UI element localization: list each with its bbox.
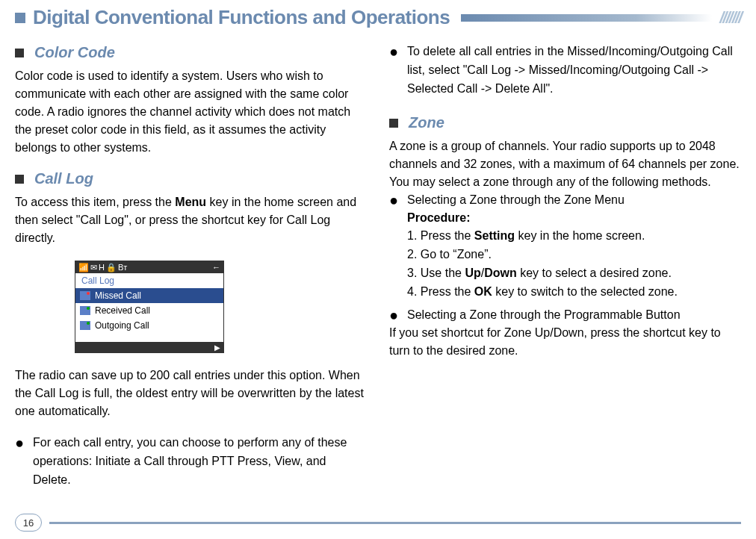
color-code-text: Color code is used to identify a system.…: [15, 67, 367, 157]
section-head-color-code: Color Code: [15, 44, 367, 61]
radio-status-bar: 📶 ✉ H 🔒 Bт ←: [75, 261, 223, 273]
h-icon: H: [99, 263, 105, 272]
enter-icon: ▶: [214, 343, 220, 351]
page-number: 16: [15, 514, 42, 532]
bold-word: OK: [474, 285, 492, 298]
radio-list-item: Received Call: [75, 303, 223, 318]
text-fragment: 3. Use the: [407, 267, 465, 279]
step-3: 3. Use the Up/Down key to select a desir…: [407, 264, 741, 283]
page-footer: 16: [15, 514, 741, 532]
section-title: Call Log: [34, 170, 93, 187]
radio-bottom-bar: ▶: [75, 342, 223, 352]
bullet-dot-icon: ●: [389, 43, 407, 98]
bullet-text: For each call entry, you can choose to p…: [33, 434, 367, 489]
zone-p1: A zone is a group of channels. Your radi…: [389, 137, 741, 173]
step-1: 1. Press the Setting key in the home scr…: [407, 227, 741, 246]
header-square-icon: [15, 13, 25, 23]
page-header: Digital Conventional Functions and Opera…: [15, 6, 741, 29]
section-bullet-icon: [15, 49, 24, 57]
back-arrow-icon: ←: [212, 263, 220, 272]
section-bullet-icon: [389, 119, 398, 128]
section-head-zone: Zone: [389, 114, 741, 131]
left-column: Color Code Color code is used to identif…: [15, 43, 367, 492]
zone-method-2: Selecting a Zone through the Programmabl…: [407, 306, 741, 324]
radio-screen-title: Call Log: [75, 273, 223, 288]
bullet-item: ● Selecting a Zone through the Zone Menu: [389, 191, 741, 209]
bullet-item: ● For each call entry, you can choose to…: [15, 434, 367, 489]
bullet-item: ● To delete all call entries in the Miss…: [389, 43, 741, 98]
bullet-text: To delete all call entries in the Missed…: [407, 43, 741, 98]
list-label: Received Call: [95, 305, 150, 316]
lock-icon: 🔒: [106, 263, 117, 272]
bold-word: Menu: [175, 196, 206, 208]
radio-screenshot: 📶 ✉ H 🔒 Bт ← Call Log Missed Call Receiv…: [75, 261, 367, 353]
content-columns: Color Code Color code is used to identif…: [15, 43, 741, 492]
right-column: ● To delete all call entries in the Miss…: [389, 43, 741, 492]
radio-list-item: Missed Call: [75, 288, 223, 303]
footer-divider: [49, 522, 741, 524]
section-title: Zone: [409, 114, 444, 131]
header-hash-icon: ///////: [719, 8, 741, 28]
text-fragment: 4. Press the: [407, 285, 474, 298]
list-label: Outgoing Call: [95, 320, 149, 331]
section-head-call-log: Call Log: [15, 170, 367, 187]
bullet-dot-icon: ●: [389, 191, 407, 209]
text-fragment: To access this item, press the: [15, 196, 175, 208]
call-icon: [80, 306, 90, 315]
bullet-item: ● Selecting a Zone through the Programma…: [389, 306, 741, 324]
section-title: Color Code: [34, 44, 115, 61]
text-fragment: key to select a desired zone.: [517, 267, 672, 279]
msg-icon: ✉: [90, 263, 97, 272]
text-fragment: key in the home screen.: [515, 229, 645, 242]
step-2: 2. Go to “Zone”.: [407, 246, 741, 264]
call-icon: [80, 321, 90, 330]
zone-p2: You may select a zone through any of the…: [389, 173, 741, 191]
signal-icon: 📶: [78, 263, 89, 272]
radio-list-item: Outgoing Call: [75, 318, 223, 333]
status-icons: 📶 ✉ H 🔒 Bт: [78, 263, 127, 272]
zone-p3: If you set shortcut for Zone Up/Down, pr…: [389, 324, 741, 360]
page-title: Digital Conventional Functions and Opera…: [33, 6, 450, 29]
bold-word: Setting: [474, 229, 515, 242]
bold-word: Up: [465, 267, 480, 279]
text-fragment: key to switch to the selected zone.: [492, 285, 678, 298]
step-4: 4. Press the OK key to switch to the sel…: [407, 283, 741, 302]
bt-label: Bт: [118, 263, 127, 272]
text-fragment: 1. Press the: [407, 229, 474, 242]
zone-method-1: Selecting a Zone through the Zone Menu: [407, 191, 741, 209]
list-label: Missed Call: [95, 290, 141, 301]
header-divider: [461, 14, 712, 22]
bullet-dot-icon: ●: [389, 306, 407, 324]
call-icon: [80, 291, 90, 300]
section-bullet-icon: [15, 175, 24, 184]
radio-screen: 📶 ✉ H 🔒 Bт ← Call Log Missed Call Receiv…: [75, 261, 224, 353]
procedure-label: Procedure:: [407, 209, 741, 227]
call-log-intro: To access this item, press the Menu key …: [15, 193, 367, 247]
bold-word: Down: [484, 267, 517, 279]
bullet-dot-icon: ●: [15, 434, 33, 489]
call-log-para: The radio can save up to 200 call entrie…: [15, 367, 367, 420]
